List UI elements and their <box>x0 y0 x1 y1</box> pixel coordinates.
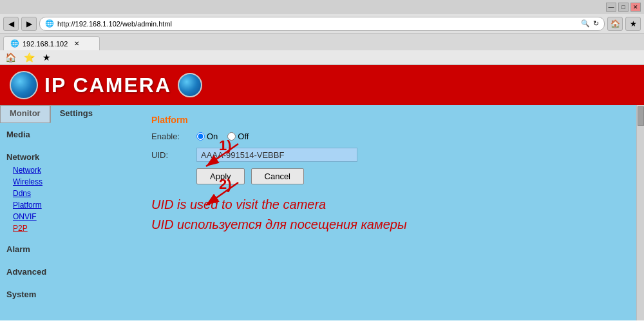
refresh-icon[interactable]: ↻ <box>593 19 599 28</box>
enable-label: Enable: <box>151 132 190 141</box>
sidebar-alarm-section: Alarm <box>0 238 100 260</box>
sidebar-network-section: Network Network Wireless Ddns Platform O… <box>0 146 100 238</box>
uid-label: UID: <box>151 150 190 160</box>
button-row: Apply Cancel <box>196 168 631 184</box>
tab-close-button[interactable]: ✕ <box>74 40 79 47</box>
info-text-russian: UID используется для посещения камеры <box>151 217 631 232</box>
bookmark-star2-icon[interactable]: ★ <box>43 52 51 63</box>
platform-title: Platform <box>151 115 631 125</box>
tab-title: 192.168.1.102 <box>23 40 68 48</box>
bookmarks-bar: 🏠 ⭐ ★ <box>0 50 644 64</box>
back-button[interactable]: ◀ <box>3 17 19 31</box>
title-bar: — □ ✕ <box>0 0 644 14</box>
info-text-english: UID is used to visit the camera <box>151 197 631 212</box>
radio-on-text: On <box>207 132 218 141</box>
search-icon: 🔍 <box>581 19 590 28</box>
sidebar-link-platform[interactable]: Platform <box>0 199 100 211</box>
app-header: IP CAMERA <box>0 65 644 105</box>
uid-input[interactable] <box>196 148 357 162</box>
radio-off-text: Off <box>238 132 249 141</box>
sidebar-link-p2p[interactable]: P2P <box>0 222 100 234</box>
radio-on-label[interactable]: On <box>196 132 218 141</box>
sidebar-link-network[interactable]: Network <box>0 164 100 176</box>
maximize-button[interactable]: □ <box>618 3 629 12</box>
sidebar-media-section: Media <box>0 123 100 146</box>
sidebar-network-label: Network <box>0 150 100 164</box>
sidebar-system-section: System <box>0 283 100 306</box>
address-text: http://192.168.1.102/web/admin.html <box>57 20 172 28</box>
logo-text: IP CAMERA <box>44 74 171 97</box>
browser-favicon: 🌐 <box>45 19 54 28</box>
minimize-button[interactable]: — <box>606 3 616 12</box>
sidebar-link-wireless[interactable]: Wireless <box>0 176 100 188</box>
nav-tabs: Monitor Settings <box>0 105 100 123</box>
logo-globe-left <box>10 71 38 99</box>
sidebar-advanced-section: Advanced <box>0 260 100 283</box>
scrollbar[interactable] <box>636 105 644 320</box>
sidebar-media-label: Media <box>0 127 100 142</box>
sidebar-advanced-label: Advanced <box>0 264 100 279</box>
sidebar-system-label: System <box>0 287 100 302</box>
navigation-bar: ◀ ▶ 🌐 http://192.168.1.102/web/admin.htm… <box>0 14 644 34</box>
enable-radio-group: On Off <box>196 132 249 141</box>
radio-off-label[interactable]: Off <box>227 132 249 141</box>
sidebar-link-onvif[interactable]: ONVIF <box>0 211 100 222</box>
content-area: Monitor Settings Media Network Network W… <box>0 105 644 320</box>
logo-globe-right <box>178 73 202 97</box>
tab-monitor[interactable]: Monitor <box>0 105 50 123</box>
address-bar[interactable]: 🌐 http://192.168.1.102/web/admin.html 🔍 … <box>39 17 605 31</box>
main-panel: 1) 2) Platform Enable: <box>100 105 644 320</box>
radio-on-input[interactable] <box>196 132 205 141</box>
bookmark-home-icon[interactable]: 🏠 <box>5 52 16 63</box>
close-button[interactable]: ✕ <box>630 3 641 12</box>
sidebar: Monitor Settings Media Network Network W… <box>0 105 100 320</box>
enable-row: Enable: On Off <box>151 132 631 141</box>
apply-button[interactable]: Apply <box>196 168 245 184</box>
cancel-button[interactable]: Cancel <box>251 168 304 184</box>
sidebar-alarm-label: Alarm <box>0 242 100 257</box>
platform-form: Platform Enable: On Off <box>151 115 631 232</box>
browser-tab[interactable]: 🌐 192.168.1.102 ✕ <box>3 36 100 50</box>
tab-favicon: 🌐 <box>10 39 19 48</box>
tab-settings[interactable]: Settings <box>50 105 102 123</box>
tab-bar: 🌐 192.168.1.102 ✕ <box>0 34 644 50</box>
home-button[interactable]: 🏠 <box>607 17 623 31</box>
scrollbar-thumb[interactable] <box>638 106 644 126</box>
app-container: IP CAMERA Monitor Settings Media Network… <box>0 65 644 320</box>
uid-row: UID: <box>151 148 631 162</box>
forward-button[interactable]: ▶ <box>21 17 37 31</box>
sidebar-link-ddns[interactable]: Ddns <box>0 188 100 199</box>
bookmark-button[interactable]: ★ <box>625 17 641 31</box>
radio-off-input[interactable] <box>227 132 236 141</box>
bookmark-star-icon[interactable]: ⭐ <box>24 52 35 63</box>
